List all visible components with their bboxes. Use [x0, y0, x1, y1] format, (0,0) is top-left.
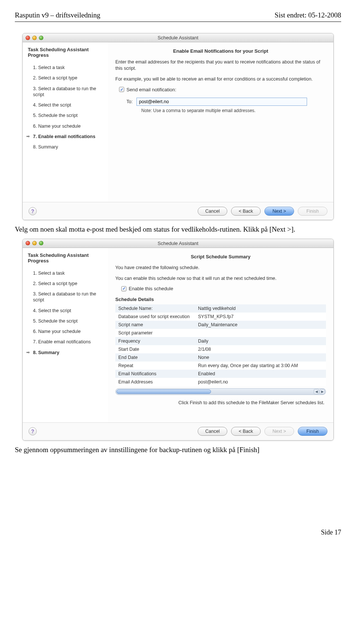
detail-value: post@eilert.no — [195, 378, 326, 386]
wizard-step: 3. Select a database to run the script — [28, 84, 104, 100]
back-button[interactable]: < Back — [231, 427, 261, 436]
page-footer: Side 17 — [15, 529, 341, 536]
detail-label: Database used for script execution — [115, 313, 195, 321]
detail-label: Script parameter — [115, 329, 195, 337]
table-row: Start Date2/1/08 — [115, 345, 326, 353]
detail-label: Schedule Name: — [115, 304, 195, 313]
page-title: Script Schedule Summary — [115, 254, 326, 259]
page-title: Enable Email Notifications for your Scri… — [115, 48, 326, 54]
doc-title-left: Rasputin v9 – driftsveiledning — [15, 11, 100, 19]
enable-schedule-row: ✓ Enable this schedule — [121, 286, 326, 291]
wizard-sidebar: Task Scheduling Assistant Progress 1. Se… — [23, 42, 108, 202]
enable-schedule-checkbox[interactable]: ✓ — [121, 286, 126, 291]
wizard-step: 5. Schedule the script — [28, 316, 104, 326]
document-header: Rasputin v9 – driftsveiledning Sist endr… — [15, 11, 341, 19]
send-email-checkbox[interactable]: ✓ — [119, 87, 124, 92]
schedule-assistant-dialog-1: Schedule Assistant Task Scheduling Assis… — [22, 33, 334, 220]
wizard-step: 5. Schedule the script — [28, 110, 104, 121]
window-title: Schedule Assistant — [23, 35, 333, 40]
finish-button[interactable]: Finish — [298, 427, 327, 436]
detail-value: Nattlig vedlikehold — [195, 304, 326, 313]
horizontal-scrollbar[interactable]: ◀ ▶ — [115, 388, 326, 395]
detail-value: Daily_Maintenance — [195, 321, 326, 329]
detail-label: Repeat — [115, 362, 195, 370]
detail-value: Run every day, Once per day starting at … — [195, 362, 326, 370]
detail-value: None — [195, 353, 326, 362]
finish-button: Finish — [298, 207, 327, 216]
doc-title-right: Sist endret: 05-12-2008 — [275, 11, 341, 19]
cancel-button[interactable]: Cancel — [198, 207, 227, 216]
schedule-assistant-dialog-2: Schedule Assistant Task Scheduling Assis… — [22, 239, 334, 441]
intro-text-1: Enter the email addresses for the recipi… — [115, 59, 326, 72]
header-rule — [15, 22, 341, 22]
detail-value: Enabled — [195, 370, 326, 378]
titlebar: Schedule Assistant — [23, 239, 333, 248]
schedule-details-heading: Schedule Details — [115, 297, 326, 302]
detail-value: Daily — [195, 337, 326, 345]
body-text-2: Se gjennom oppsummeringen av innstilling… — [15, 445, 341, 455]
body-text-1: Velg om noen skal motta e-post med beskj… — [15, 225, 341, 234]
table-row: Email NotificationsEnabled — [115, 370, 326, 378]
table-row: Script nameDaily_Maintenance — [115, 321, 326, 329]
wizard-sidebar: Task Scheduling Assistant Progress 1. Se… — [23, 248, 108, 422]
sidebar-heading: Task Scheduling Assistant Progress — [28, 47, 104, 58]
wizard-step: 3. Select a database to run the script — [28, 289, 104, 305]
sidebar-heading: Task Scheduling Assistant Progress — [28, 252, 104, 264]
wizard-step: 7. Enable email notifications — [28, 131, 104, 142]
to-note: Note: Use a comma to separate multiple e… — [141, 108, 326, 113]
detail-label: Email Addresses — [115, 378, 195, 386]
wizard-step: 2. Select a script type — [28, 278, 104, 289]
enable-schedule-label: Enable this schedule — [129, 286, 173, 291]
wizard-steps: 1. Select a task2. Select a script type3… — [28, 62, 104, 152]
detail-label: Email Notifications — [115, 370, 195, 378]
scroll-left-icon[interactable]: ◀ — [314, 389, 319, 394]
scroll-right-icon[interactable]: ▶ — [320, 389, 325, 394]
intro-text-2: For example, you will be able to receive… — [115, 76, 326, 82]
detail-label: End Date — [115, 353, 195, 362]
wizard-step: 4. Select the script — [28, 305, 104, 316]
send-email-label: Send email notification: — [126, 87, 176, 92]
help-icon[interactable]: ? — [29, 207, 37, 215]
finish-hint: Click Finish to add this schedule to the… — [115, 400, 326, 405]
wizard-main: Enable Email Notifications for your Scri… — [108, 42, 333, 202]
wizard-steps: 1. Select a task2. Select a script type3… — [28, 268, 104, 358]
send-email-checkbox-row: ✓ Send email notification: — [119, 87, 326, 92]
cancel-button[interactable]: Cancel — [198, 427, 227, 436]
detail-value: 2/1/08 — [195, 345, 326, 353]
detail-label: Start Date — [115, 345, 195, 353]
next-button[interactable]: Next > — [264, 207, 294, 216]
to-field-row: To: — [126, 98, 326, 106]
wizard-step: 2. Select a script type — [28, 73, 104, 83]
wizard-step: 7. Enable email notifications — [28, 337, 104, 347]
table-row: Schedule Name:Nattlig vedlikehold — [115, 304, 326, 313]
summary-text-1: You have created the following schedule. — [115, 265, 326, 271]
table-row: Script parameter — [115, 329, 326, 337]
detail-value: SYSTM_KPS.fp7 — [195, 313, 326, 321]
back-button[interactable]: < Back — [231, 207, 261, 216]
table-row: FrequencyDaily — [115, 337, 326, 345]
wizard-step: 1. Select a task — [28, 268, 104, 278]
next-button: Next > — [264, 427, 294, 436]
button-bar: ? Cancel < Back Next > Finish — [23, 202, 333, 220]
wizard-step: 8. Summary — [28, 347, 104, 358]
table-row: Email Addressespost@eilert.no — [115, 378, 326, 386]
summary-text-2: You can enable this schedule now so that… — [115, 275, 326, 282]
help-icon[interactable]: ? — [29, 427, 37, 435]
wizard-step: 8. Summary — [28, 142, 104, 152]
schedule-details-table: Schedule Name:Nattlig vedlikeholdDatabas… — [115, 304, 326, 386]
wizard-step: 6. Name your schedule — [28, 326, 104, 337]
wizard-step: 6. Name your schedule — [28, 121, 104, 131]
wizard-step: 4. Select the script — [28, 100, 104, 110]
wizard-main: Script Schedule Summary You have created… — [108, 248, 333, 422]
table-row: RepeatRun every day, Once per day starti… — [115, 362, 326, 370]
detail-label: Frequency — [115, 337, 195, 345]
window-title: Schedule Assistant — [23, 241, 333, 246]
to-input[interactable] — [136, 98, 307, 106]
titlebar: Schedule Assistant — [23, 33, 333, 42]
wizard-step: 1. Select a task — [28, 62, 104, 73]
detail-label: Script name — [115, 321, 195, 329]
scrollbar-thumb[interactable] — [116, 389, 211, 394]
to-label: To: — [126, 99, 133, 104]
button-bar: ? Cancel < Back Next > Finish — [23, 422, 333, 440]
table-row: End DateNone — [115, 353, 326, 362]
